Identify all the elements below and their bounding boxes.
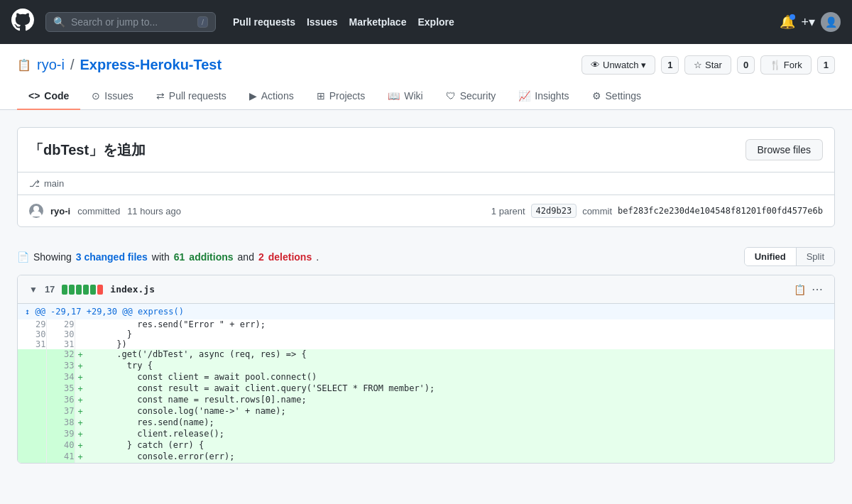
unified-view-button[interactable]: Unified — [745, 248, 797, 265]
topnav-links: Pull requests Issues Marketplace Explore — [233, 16, 454, 28]
bar-add-2 — [69, 285, 75, 295]
table-row: 40 + } catch (err) { — [18, 440, 834, 451]
star-button[interactable]: ☆ Star — [684, 55, 731, 75]
table-row: 37 + console.log('name->' + name); — [18, 406, 834, 417]
changed-files-link[interactable]: 3 changed files — [76, 251, 148, 263]
parent-label: 1 parent — [491, 206, 525, 217]
line-type: + — [75, 440, 86, 451]
table-row: 29 29 res.send("Error " + err); — [18, 319, 834, 329]
svg-point-0 — [33, 206, 39, 212]
new-line-num: 40 — [46, 440, 75, 451]
commit-author-avatar — [29, 204, 43, 218]
bar-add-4 — [83, 285, 89, 295]
tab-security[interactable]: 🛡 Security — [435, 83, 508, 110]
repo-name-link[interactable]: Express-Heroku-Test — [80, 57, 222, 73]
security-icon: 🛡 — [446, 90, 456, 102]
repo-tabs: <> Code ⊙ Issues ⇄ Pull requests ▶ Actio… — [17, 83, 835, 109]
topnav-right: 🔔 +▾ 👤 — [780, 12, 841, 32]
file-stats-left: 📄 Showing 3 changed files with 61 additi… — [17, 251, 319, 263]
with-label: with — [152, 251, 170, 263]
tab-issues[interactable]: ⊙ Issues — [80, 83, 144, 110]
notifications-button[interactable]: 🔔 — [780, 14, 795, 30]
line-type — [75, 329, 86, 339]
insights-icon: 📈 — [518, 90, 530, 102]
notification-dot — [790, 14, 795, 20]
topnav-issues[interactable]: Issues — [307, 16, 338, 28]
tab-wiki[interactable]: 📖 Wiki — [376, 83, 434, 110]
line-content: const result = await client.query('SELEC… — [86, 383, 834, 395]
expand-row[interactable]: ↕ @@ -29,17 +29,30 @@ express() — [18, 304, 834, 319]
showing-label: Showing — [33, 251, 72, 263]
parent-hash[interactable]: 42d9b23 — [531, 204, 577, 218]
line-content: }) — [86, 339, 834, 349]
new-line-num: 37 — [46, 406, 75, 417]
line-type — [75, 339, 86, 349]
table-row: 30 30 } — [18, 329, 834, 339]
commit-author[interactable]: ryo-i — [50, 206, 70, 217]
create-button[interactable]: +▾ — [801, 14, 815, 30]
old-line-num — [18, 451, 46, 463]
full-commit-hash[interactable]: bef283fc2e230d4e104548f81201f00fd4577e6b — [618, 206, 823, 216]
tab-settings[interactable]: ⚙ Settings — [581, 83, 653, 110]
line-content: } catch (err) { — [86, 440, 834, 451]
old-line-num: 29 — [18, 319, 46, 329]
tab-code[interactable]: <> Code — [17, 83, 80, 110]
copy-button[interactable]: 📋 — [794, 284, 806, 295]
line-type: + — [75, 383, 86, 395]
table-row: 35 + const result = await client.query('… — [18, 383, 834, 395]
search-icon: 🔍 — [53, 16, 65, 28]
deletions-label: deletions — [268, 251, 312, 263]
fork-count: 1 — [817, 56, 835, 74]
diff-table: ↕ @@ -29,17 +29,30 @@ express() 29 29 re… — [18, 304, 834, 463]
settings-icon: ⚙ — [592, 90, 601, 102]
line-type: + — [75, 417, 86, 429]
new-line-num: 32 — [46, 349, 75, 361]
topnav-marketplace[interactable]: Marketplace — [349, 16, 407, 28]
line-content: .get('/dbTest', async (req, res) => { — [86, 349, 834, 361]
search-placeholder: Search or jump to... — [71, 16, 192, 28]
topnav-pull-requests[interactable]: Pull requests — [233, 16, 295, 28]
bar-del-1 — [97, 285, 103, 295]
new-line-num: 35 — [46, 383, 75, 395]
new-line-num: 41 — [46, 451, 75, 463]
tab-pull-requests[interactable]: ⇄ Pull requests — [145, 83, 238, 110]
topnav-explore[interactable]: Explore — [417, 16, 454, 28]
table-row: 34 + const client = await pool.connect() — [18, 372, 834, 383]
commit-box-header: 「dbTest」を追加 Browse files — [18, 128, 834, 172]
file-stats: 📄 Showing 3 changed files with 61 additi… — [17, 239, 835, 275]
avatar[interactable]: 👤 — [821, 12, 841, 32]
table-row: 38 + res.send(name); — [18, 417, 834, 429]
fork-button[interactable]: 🍴 Fork — [760, 55, 812, 75]
line-type: + — [75, 361, 86, 372]
search-box[interactable]: 🔍 Search or jump to... / — [45, 12, 216, 32]
tab-projects[interactable]: ⊞ Projects — [305, 83, 377, 110]
repo-owner-link[interactable]: ryo-i — [37, 57, 65, 73]
deletions-count: 2 — [258, 251, 264, 263]
star-count: 0 — [737, 56, 755, 74]
line-content: res.send("Error " + err); — [86, 319, 834, 329]
more-options-button[interactable]: ⋯ — [812, 283, 823, 296]
old-line-num: 31 — [18, 339, 46, 349]
new-line-num: 36 — [46, 395, 75, 406]
line-type: + — [75, 406, 86, 417]
commit-hash-area: 1 parent 42d9b23 commit bef283fc2e230d4e… — [491, 204, 823, 218]
branch-name: main — [44, 178, 64, 189]
new-line-num: 31 — [46, 339, 75, 349]
line-type: + — [75, 429, 86, 440]
line-type: + — [75, 349, 86, 361]
diff-filename: index.js — [110, 284, 155, 295]
browse-files-button[interactable]: Browse files — [746, 139, 823, 160]
unwatch-button[interactable]: 👁 Unwatch ▾ — [581, 55, 655, 75]
line-content: res.send(name); — [86, 417, 834, 429]
table-row: 31 31 }) — [18, 339, 834, 349]
tab-actions[interactable]: ▶ Actions — [238, 83, 305, 110]
tab-insights[interactable]: 📈 Insights — [507, 83, 580, 110]
github-logo[interactable] — [11, 9, 34, 35]
collapse-button[interactable]: ▼ — [29, 285, 38, 295]
repo-header: 📋 ryo-i / Express-Heroku-Test 👁 Unwatch … — [0, 44, 852, 110]
new-line-num: 39 — [46, 429, 75, 440]
split-view-button[interactable]: Split — [797, 248, 834, 265]
new-line-num: 34 — [46, 372, 75, 383]
and-label: and — [238, 251, 254, 263]
diff-file-actions: 📋 ⋯ — [794, 283, 823, 296]
